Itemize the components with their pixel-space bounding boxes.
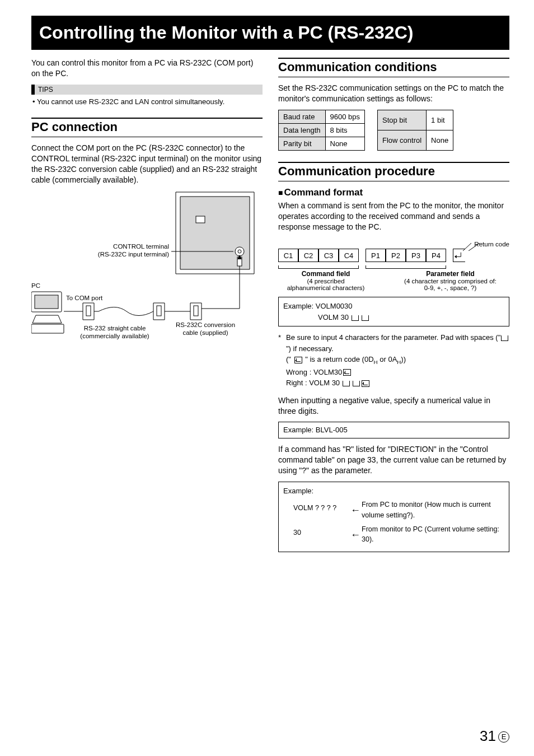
space-icon <box>343 381 350 386</box>
tips-heading: TIPS <box>31 85 263 95</box>
svg-rect-15 <box>35 295 58 309</box>
note-pad-text: Be sure to input 4 characters for the pa… <box>286 333 509 353</box>
query-note: If a command has "R" listed for "DIRECTI… <box>278 444 509 476</box>
cell-c4: C4 <box>339 249 359 262</box>
negative-value-note: When inputting a negative value, specify… <box>278 395 509 417</box>
svg-rect-17 <box>31 324 64 333</box>
cell-c2: C2 <box>298 249 318 262</box>
page-number: 31E <box>480 727 509 745</box>
straight-cable-label: RS-232 straight cable (commercially avai… <box>73 324 157 340</box>
pc-connection-body: Connect the COM port on the PC (RS-232C … <box>31 143 263 185</box>
svg-rect-4 <box>196 216 205 223</box>
query-cmd-1: VOLM ? ? ? ? <box>283 500 346 514</box>
command-field-desc: (4 prescribed alphanumerical characters) <box>287 278 365 291</box>
cell-return <box>453 249 465 262</box>
command-format-heading: Command format <box>278 187 509 198</box>
parameter-field-title: Parameter field <box>426 270 475 278</box>
comm-table-2: Stop bit1 bit Flow controlNone <box>377 110 453 151</box>
control-terminal-label: CONTROL terminal (RS-232C input terminal… <box>96 242 169 259</box>
return-code-icon <box>362 380 369 387</box>
tip-item: • You cannot use RS-232C and LAN control… <box>31 97 263 107</box>
arrow-left-icon: ← <box>346 524 362 543</box>
cell-c1: C1 <box>278 249 298 262</box>
space-icon <box>362 315 369 321</box>
command-format-body: When a command is sent from the PC to th… <box>278 200 509 232</box>
return-code-icon <box>294 357 302 363</box>
comm-table-1: Baud rate9600 bps Data length8 bits Pari… <box>278 110 365 151</box>
note-return-code: (" " is a return code (0DH or 0AH)) <box>286 355 406 363</box>
space-icon <box>352 315 359 321</box>
parameter-field-desc: (4 character string comprised of: 0-9, +… <box>404 278 496 291</box>
cell-c3: C3 <box>318 249 339 262</box>
right-example: Right : VOLM 30 <box>286 379 371 387</box>
intro-text: You can control this monitor from a PC v… <box>31 58 263 79</box>
stop-bit-value: 1 bit <box>427 110 453 130</box>
footnote-star: * <box>278 332 286 388</box>
parity-bit-label: Parity bit <box>279 137 326 150</box>
space-icon <box>501 335 508 341</box>
pc-connection-heading: PC connection <box>31 118 263 137</box>
cell-p2: P2 <box>386 249 406 262</box>
wrong-example: Wrong : VOLM30 <box>286 368 352 376</box>
cell-p4: P4 <box>426 249 446 262</box>
cell-p3: P3 <box>406 249 426 262</box>
stop-bit-label: Stop bit <box>378 110 427 130</box>
query-desc-2: From monitor to PC (Current volume setti… <box>362 524 504 545</box>
arrow-left-icon: ← <box>346 500 362 518</box>
example-box-1: Example: VOLM0030 VOLM 30 <box>278 297 509 326</box>
to-com-label: To COM port <box>66 294 102 302</box>
data-length-value: 8 bits <box>325 123 365 137</box>
command-format-cells: C1 C2 C3 C4 P1 P2 P3 P4 <box>278 249 509 262</box>
pc-connection-diagram: CONTROL terminal (RS-232C input terminal… <box>31 191 263 353</box>
svg-marker-16 <box>32 315 62 323</box>
return-code-icon <box>343 369 351 376</box>
example1-line2: VOLM 30 <box>283 312 504 323</box>
query-desc-1: From PC to monitor (How much is current … <box>362 500 504 521</box>
svg-point-2 <box>235 247 244 256</box>
command-field-title: Command field <box>302 270 350 278</box>
example1-line1: Example: VOLM0030 <box>283 301 504 312</box>
conversion-cable-label: RS-232C conversion cable (supplied) <box>169 321 242 337</box>
example-box-2: Example: BLVL-005 <box>278 422 509 438</box>
comm-conditions-heading: Communication conditions <box>278 58 509 77</box>
page-title: Controlling the Monitor with a PC (RS-23… <box>31 16 509 50</box>
parity-bit-value: None <box>325 137 365 150</box>
example3-label: Example: <box>283 486 504 497</box>
flow-control-label: Flow control <box>378 130 427 150</box>
example-box-3: Example: VOLM ? ? ? ? ← From PC to monit… <box>278 482 509 553</box>
page-language-badge: E <box>498 731 509 743</box>
return-code-label: Return code <box>278 241 509 248</box>
space-icon <box>353 381 360 386</box>
baud-rate-label: Baud rate <box>279 110 326 123</box>
data-length-label: Data length <box>279 123 326 137</box>
cell-p1: P1 <box>366 249 386 262</box>
pc-label: PC <box>31 282 40 290</box>
comm-conditions-body: Set the RS-232C communication settings o… <box>278 83 509 104</box>
svg-marker-26 <box>455 255 457 259</box>
flow-control-value: None <box>427 130 453 150</box>
query-cmd-2: 30 <box>283 524 346 538</box>
baud-rate-value: 9600 bps <box>325 110 365 123</box>
comm-procedure-heading: Communication procedure <box>278 162 509 181</box>
